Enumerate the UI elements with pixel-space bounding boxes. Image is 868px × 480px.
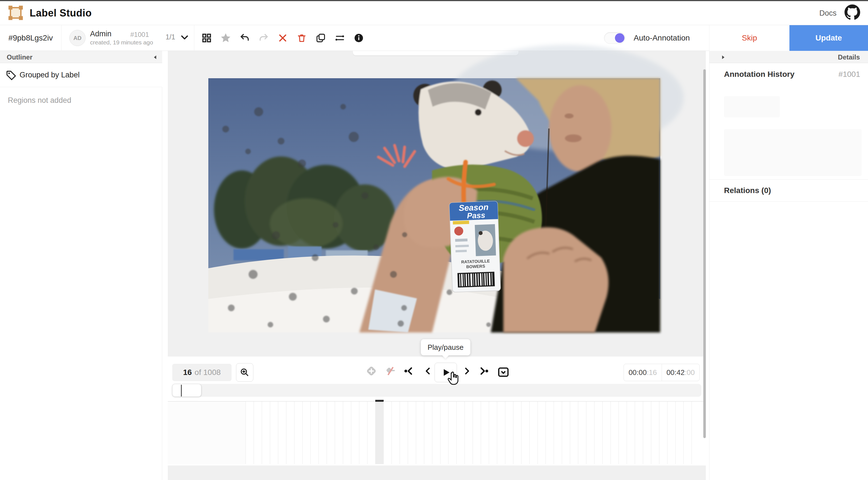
timeline-frame-cell[interactable] [683,402,691,464]
timeline-frame-cell[interactable] [619,402,627,464]
timeline-frame-cell[interactable] [448,402,456,464]
timeline-frame-cell[interactable] [473,402,481,464]
total-time-frames: :00 [685,368,694,377]
undo-icon[interactable] [239,32,251,44]
relations-section[interactable]: Relations (0) [709,179,868,202]
timeline-frame-cell[interactable] [667,402,675,464]
timeline-frame-cell[interactable] [651,402,659,464]
timeline-frame-cell[interactable] [408,402,416,464]
timeline-frame-cell[interactable] [562,402,570,464]
grouping-mode-label: Grouped by Label [20,71,80,79]
timeline-section: 16 of 1008 [168,356,706,466]
timeline-frame-cell[interactable] [416,402,424,464]
timeline-frame-cell[interactable] [294,402,302,464]
next-keyframe-button[interactable] [477,365,490,377]
annotation-selector[interactable]: AD Admin created, 19 minutes ago #1001 1… [62,25,194,51]
annotation-created-info: created, 19 minutes ago [90,39,153,46]
skip-button[interactable]: Skip [709,25,789,51]
timeline-frame-cell[interactable] [675,402,683,464]
timeline-collapse-button[interactable] [496,366,510,378]
timeline-frame-cell[interactable] [602,402,611,464]
timeline-frame-cell[interactable] [254,402,262,464]
redo-icon[interactable] [258,32,270,44]
duplicate-annotation-icon[interactable] [315,32,327,44]
timeline-frame-cell[interactable] [481,402,489,464]
timeline-frame-cell[interactable] [359,402,367,464]
timeline-frame-cell[interactable] [400,402,408,464]
reset-annotation-icon[interactable] [277,32,288,44]
frame-counter[interactable]: 16 of 1008 [172,364,231,381]
timeline-frame-cell[interactable] [489,402,497,464]
timeline-frame-cell[interactable] [554,402,562,464]
timeline-frame-cell[interactable] [262,402,270,464]
timeline-frame-cell[interactable] [546,402,554,464]
play-pause-button[interactable] [435,363,457,382]
annotation-actions [201,25,365,51]
timeline-frame-cell[interactable] [643,402,651,464]
timeline-frame-cell[interactable] [529,402,537,464]
outliner-header: Outliner [0,51,162,63]
timeline-frame-cell[interactable] [335,402,343,464]
timeline-frame-cell[interactable] [627,402,635,464]
seek-bar[interactable] [172,384,701,397]
expand-panel-icon[interactable] [720,54,726,60]
group-by-label-selector[interactable]: Grouped by Label [0,63,162,87]
timeline-frame-cell[interactable] [310,402,318,464]
label-studio-logo-icon[interactable] [8,5,24,21]
update-button[interactable]: Update [789,25,868,51]
timeline-frame-cell[interactable] [611,402,619,464]
timeline-frame-cell[interactable] [570,402,578,464]
timeline-frame-cell[interactable] [351,402,359,464]
timeline-frame-cell[interactable] [367,402,375,464]
timeline-frame-cell[interactable] [286,402,294,464]
timeline-frame-cell[interactable] [424,402,432,464]
timeline-frame-cell[interactable] [246,402,254,464]
video-still: Season Pass RATATOUILLE BOWERS [208,78,660,333]
timeline-frame-cell[interactable] [497,402,505,464]
video-player[interactable]: Season Pass RATATOUILLE BOWERS [208,78,660,333]
timeline-frame-cell[interactable] [383,402,392,464]
timeline-frame-cell[interactable] [456,402,464,464]
timeline-frame-cell[interactable] [343,402,351,464]
chevron-down-icon[interactable] [179,32,190,43]
github-icon[interactable] [844,4,860,20]
timeline-frame-cell[interactable] [278,402,286,464]
timeline-frame-cell[interactable] [691,402,700,464]
docs-link[interactable]: Docs [819,9,837,18]
timeline-current-frame[interactable] [375,402,383,464]
current-frame-number: 16 [183,368,192,377]
collapse-panel-icon[interactable] [152,54,158,60]
timeline-grid[interactable] [246,402,700,464]
timeline-frame-cell[interactable] [392,402,400,464]
timeline-frame-cell[interactable] [432,402,440,464]
timeline-frame-cell[interactable] [513,402,521,464]
timeline-frame-cell[interactable] [327,402,335,464]
auto-annotation-toggle[interactable] [604,32,625,44]
timeline-frame-cell[interactable] [578,402,586,464]
next-frame-button[interactable] [461,365,473,377]
keyframe-add-icon [365,365,377,377]
timeline-frame-cell[interactable] [270,402,278,464]
previous-keyframe-button[interactable] [403,365,415,377]
zoom-in-button[interactable] [236,363,253,382]
timeline-frame-cell[interactable] [505,402,513,464]
timeline-frame-cell[interactable] [586,402,594,464]
vertical-scrollbar[interactable] [703,69,706,438]
timeline-frame-cell[interactable] [318,402,327,464]
info-icon[interactable] [353,32,365,44]
timeline-frame-cell[interactable] [302,402,310,464]
timeline-frame-cell[interactable] [521,402,529,464]
timeline-frame-cell[interactable] [635,402,643,464]
timeline-frame-cell[interactable] [594,402,602,464]
view-all-regions-icon[interactable] [201,32,213,44]
delete-annotation-trash-icon[interactable] [296,32,308,44]
timeline-frame-cell[interactable] [659,402,667,464]
ground-truth-star-icon[interactable] [220,32,231,44]
timeline-frame-cell[interactable] [537,402,546,464]
seek-viewport-handle[interactable] [172,384,202,397]
relations-settings-icon[interactable] [334,32,346,44]
timeline-frame-cell[interactable] [464,402,473,464]
task-id-tab[interactable]: #9pb8Lgs2iv [0,25,62,51]
timeline-frame-cell[interactable] [440,402,448,464]
previous-frame-button[interactable] [422,365,434,377]
